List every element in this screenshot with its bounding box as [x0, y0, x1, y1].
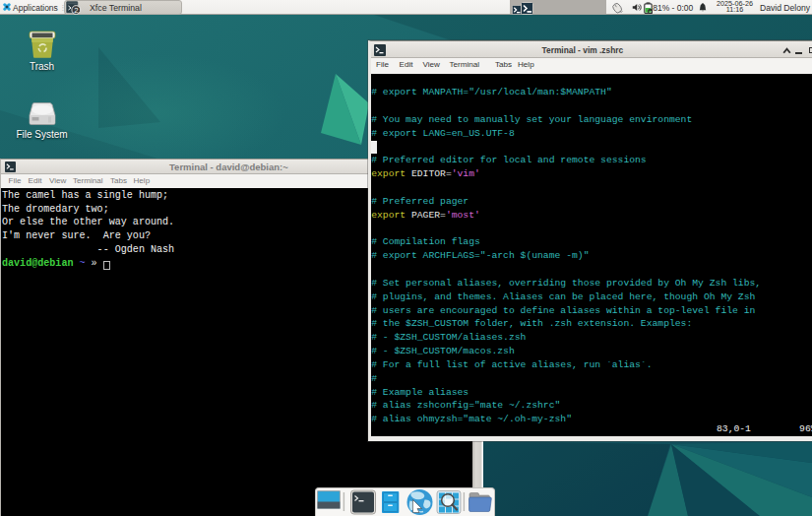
svg-text:2: 2	[74, 6, 78, 15]
